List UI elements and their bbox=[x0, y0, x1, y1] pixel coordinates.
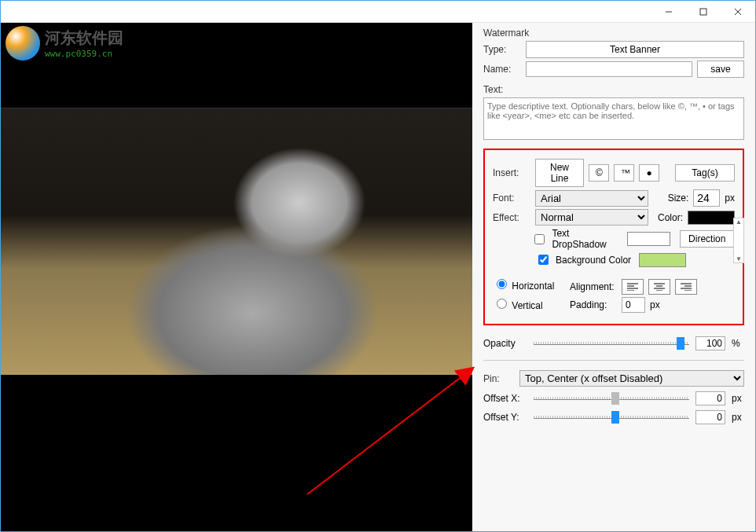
insert-label: Insert: bbox=[493, 167, 530, 178]
color-label: Color: bbox=[658, 212, 683, 223]
offsetx-value[interactable]: 0 bbox=[695, 391, 725, 405]
minimize-button[interactable] bbox=[651, 1, 686, 23]
align-left-button[interactable] bbox=[622, 279, 644, 295]
align-center-button[interactable] bbox=[648, 279, 670, 295]
offsety-unit: px bbox=[732, 412, 744, 423]
text-section-label: Text: bbox=[483, 84, 744, 95]
vertical-radio[interactable] bbox=[497, 299, 507, 309]
close-button[interactable] bbox=[721, 1, 755, 23]
pin-label: Pin: bbox=[483, 373, 515, 384]
offsetx-slider[interactable] bbox=[534, 397, 689, 400]
save-button[interactable]: save bbox=[697, 61, 744, 78]
site-logo: 河东软件园 www.pc0359.cn bbox=[1, 23, 128, 64]
vertical-label: Vertical bbox=[512, 300, 542, 311]
offsety-label: Offset Y: bbox=[483, 412, 527, 423]
preview-pane: 河东软件园 www.pc0359.cn bbox=[1, 23, 472, 531]
pin-select[interactable]: Top, Center (x offset Disabled) bbox=[519, 370, 744, 387]
highlighted-settings: Insert: New Line © ™ ● Tag(s) Font: Aria… bbox=[483, 149, 744, 325]
padding-unit: px bbox=[650, 299, 660, 310]
bgcolor-label: Background Color bbox=[556, 255, 631, 266]
watermark-section-label: Watermark bbox=[483, 28, 744, 39]
svg-rect-1 bbox=[700, 9, 706, 15]
offsetx-unit: px bbox=[732, 393, 744, 404]
bgcolor-checkbox[interactable] bbox=[538, 255, 549, 265]
opacity-unit: % bbox=[732, 338, 744, 349]
horizontal-radio[interactable] bbox=[497, 279, 507, 289]
dropshadow-color-swatch[interactable] bbox=[627, 232, 670, 246]
horizontal-label: Horizontal bbox=[512, 281, 554, 292]
name-input[interactable] bbox=[526, 61, 692, 77]
direction-button[interactable]: Direction bbox=[680, 230, 735, 248]
maximize-button[interactable] bbox=[686, 1, 721, 23]
settings-panel: Watermark Type: Text Banner Name: save T… bbox=[472, 23, 755, 531]
titlebar bbox=[1, 1, 755, 23]
size-input[interactable] bbox=[693, 189, 720, 207]
logo-title: 河东软件园 bbox=[45, 28, 123, 49]
type-button[interactable]: Text Banner bbox=[526, 41, 744, 58]
effect-select[interactable]: Normal bbox=[535, 209, 648, 226]
tags-button[interactable]: Tag(s) bbox=[675, 164, 735, 182]
offsety-slider[interactable] bbox=[534, 416, 689, 419]
font-label: Font: bbox=[493, 193, 530, 204]
logo-icon bbox=[6, 26, 40, 61]
opacity-label: Opacity bbox=[483, 338, 527, 349]
preview-image bbox=[1, 23, 472, 532]
copyright-button[interactable]: © bbox=[589, 164, 609, 182]
offsetx-label: Offset X: bbox=[483, 393, 527, 404]
textarea-scrollbar[interactable]: ▲▼ bbox=[733, 218, 744, 263]
size-label: Size: bbox=[668, 193, 689, 204]
font-select[interactable]: Arial bbox=[535, 190, 648, 207]
dropshadow-label: Text DropShadow bbox=[552, 228, 619, 250]
text-input[interactable] bbox=[483, 97, 744, 140]
padding-label: Padding: bbox=[570, 299, 617, 310]
type-label: Type: bbox=[483, 44, 521, 55]
dropshadow-checkbox[interactable] bbox=[534, 234, 545, 244]
opacity-slider[interactable] bbox=[534, 342, 689, 345]
opacity-value[interactable]: 100 bbox=[695, 336, 725, 350]
trademark-button[interactable]: ™ bbox=[614, 164, 634, 182]
size-unit: px bbox=[725, 193, 735, 204]
alignment-label: Alignment: bbox=[570, 281, 617, 292]
logo-url: www.pc0359.cn bbox=[45, 49, 123, 59]
align-right-button[interactable] bbox=[675, 279, 697, 295]
padding-input[interactable] bbox=[622, 297, 645, 313]
bullet-button[interactable]: ● bbox=[639, 164, 659, 182]
newline-button[interactable]: New Line bbox=[535, 159, 584, 187]
effect-label: Effect: bbox=[493, 212, 530, 223]
text-color-swatch[interactable] bbox=[688, 211, 735, 225]
offsety-value[interactable]: 0 bbox=[695, 410, 725, 424]
bgcolor-swatch[interactable] bbox=[639, 253, 686, 267]
name-label: Name: bbox=[483, 64, 521, 75]
